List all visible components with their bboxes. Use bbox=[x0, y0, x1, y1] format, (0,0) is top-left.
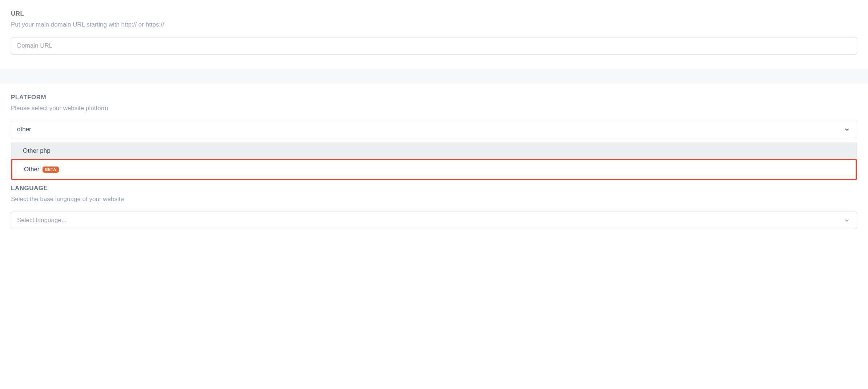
platform-option-other-php[interactable]: Other php bbox=[11, 143, 857, 159]
chevron-down-icon[interactable] bbox=[840, 126, 851, 133]
platform-search-input[interactable] bbox=[17, 126, 840, 133]
option-label: Other php bbox=[23, 147, 51, 155]
language-title: LANGUAGE bbox=[11, 185, 857, 192]
url-section: URL Put your main domain URL starting wi… bbox=[0, 0, 868, 69]
language-subtitle: Select the base language of your website bbox=[11, 196, 857, 203]
language-select-box[interactable] bbox=[11, 212, 857, 229]
url-input[interactable] bbox=[11, 37, 857, 55]
beta-badge: BETA bbox=[43, 167, 59, 173]
platform-dropdown: Other php Other BETA bbox=[11, 143, 857, 180]
platform-section: PLATFORM Please select your website plat… bbox=[0, 84, 868, 183]
option-label: Other bbox=[24, 166, 40, 173]
platform-option-other-beta[interactable]: Other BETA bbox=[12, 160, 856, 179]
platform-select[interactable]: Other php Other BETA bbox=[11, 121, 857, 180]
highlighted-option-box: Other BETA bbox=[11, 159, 857, 180]
platform-subtitle: Please select your website platform bbox=[11, 105, 857, 112]
language-input[interactable] bbox=[17, 217, 840, 224]
url-title: URL bbox=[11, 10, 857, 17]
section-divider bbox=[0, 69, 868, 84]
language-section: LANGUAGE Select the base language of you… bbox=[0, 183, 868, 244]
chevron-down-icon[interactable] bbox=[840, 217, 851, 224]
platform-title: PLATFORM bbox=[11, 94, 857, 101]
language-select[interactable] bbox=[11, 212, 857, 229]
platform-select-box[interactable] bbox=[11, 121, 857, 138]
url-subtitle: Put your main domain URL starting with h… bbox=[11, 21, 857, 28]
